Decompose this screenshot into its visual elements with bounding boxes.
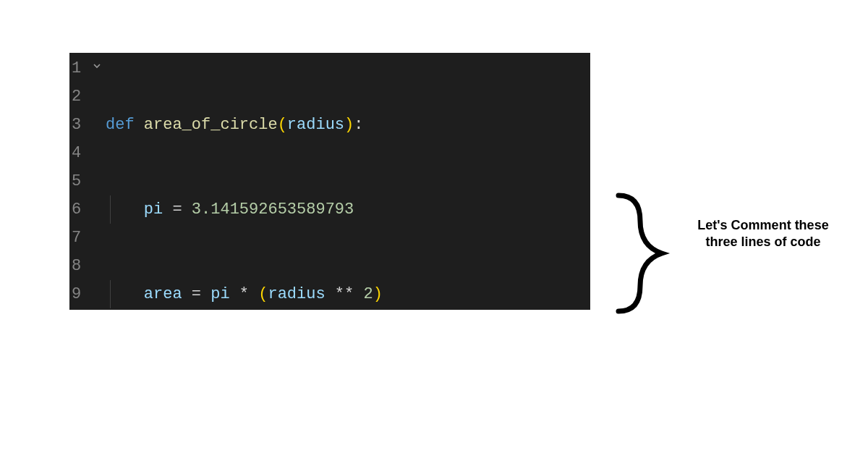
line-number: 1	[69, 54, 90, 83]
number-literal: 3.141592653589793	[192, 200, 354, 219]
variable-area: area	[144, 285, 182, 303]
code-line-2[interactable]: pi = 3.141592653589793	[106, 195, 590, 224]
variable-pi: pi	[144, 200, 163, 219]
operator-equals: =	[163, 200, 192, 219]
open-paren: (	[278, 116, 287, 134]
variable-pi: pi	[210, 285, 229, 303]
open-paren: (	[258, 285, 268, 303]
code-line-3[interactable]: area = pi * (radius ** 2)	[106, 280, 590, 308]
line-number: 6	[69, 195, 90, 224]
line-number: 3	[69, 111, 90, 139]
line-number: 8	[69, 252, 90, 280]
line-number: 5	[69, 167, 90, 195]
colon: :	[354, 116, 363, 134]
operator-multiply: *	[230, 285, 259, 303]
parameter: radius	[287, 116, 344, 134]
line-number-gutter: 1 2 3 4 5 6 7 8 9	[69, 53, 90, 310]
code-line-1[interactable]: def area_of_circle(radius):	[106, 111, 590, 139]
fold-gutter	[90, 53, 106, 310]
number-literal: 2	[363, 285, 373, 303]
line-number: 7	[69, 224, 90, 252]
curly-brace-icon	[604, 188, 676, 321]
operator-equals: =	[182, 285, 211, 303]
function-name: area_of_circle	[144, 116, 278, 134]
code-editor[interactable]: 1 2 3 4 5 6 7 8 9 def area_of_circle(rad…	[69, 53, 590, 310]
variable-radius: radius	[268, 285, 325, 303]
line-number: 9	[69, 280, 90, 308]
chevron-down-icon[interactable]	[91, 60, 103, 75]
operator-power: **	[326, 285, 364, 303]
line-number: 2	[69, 83, 90, 111]
line-number: 4	[69, 139, 90, 167]
keyword-def: def	[106, 116, 135, 134]
close-paren: )	[344, 116, 354, 134]
code-content[interactable]: def area_of_circle(radius): pi = 3.14159…	[106, 53, 590, 310]
annotation-text: Let's Comment these three lines of code	[691, 217, 835, 251]
close-paren: )	[373, 285, 383, 303]
